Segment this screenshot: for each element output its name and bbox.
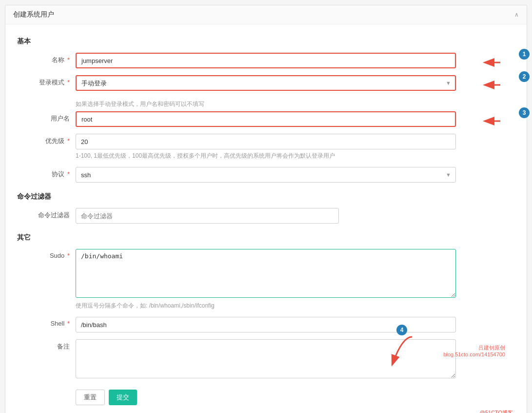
login-mode-select[interactable]: 手动登录 自动登录 [76, 75, 456, 91]
section-basic-title: 基本 [17, 37, 515, 46]
submit-button[interactable]: 提交 [109, 390, 137, 405]
notes-row: 备注 4 [17, 339, 515, 380]
command-filter-row: 命令过滤器 [17, 208, 515, 224]
sudo-row: Sudo * /bin/whoami 使用逗号分隔多个命令，如: /bin/wh… [17, 249, 515, 310]
name-control [76, 53, 456, 68]
notes-control: 4 [76, 339, 456, 380]
reset-button[interactable]: 重置 [76, 390, 105, 405]
protocol-label: 协议 * [17, 167, 76, 179]
collapse-icon[interactable]: ∧ [514, 11, 519, 18]
command-filter-input[interactable] [76, 208, 339, 224]
name-label: 名称 * [17, 53, 76, 64]
username-control [76, 111, 456, 127]
sudo-textarea[interactable]: /bin/whoami [76, 249, 456, 298]
protocol-control: ssh rdp telnet ▼ [76, 167, 456, 183]
page-header: 创建系统用户 ∧ [5, 5, 527, 24]
page-title: 创建系统用户 [13, 10, 54, 19]
buttons-row: 重置 提交 [76, 390, 515, 405]
priority-label: 优先级 * [17, 134, 76, 145]
login-mode-hint: 如果选择手动登录模式，用户名和密码可以不填写 [76, 100, 204, 108]
form-body: 基本 名称 * 1 登录模式 * [5, 24, 527, 413]
username-row: 用户名 3 [17, 111, 515, 127]
notes-textarea[interactable] [76, 339, 456, 378]
watermark: 吕建钊原创 blog.51cto.com/14154700 [443, 344, 505, 357]
login-mode-hint-row: 如果选择手动登录模式，用户名和密码可以不填写 [17, 98, 515, 108]
login-mode-row: 登录模式 * 手动登录 自动登录 ▼ 2 [17, 75, 515, 91]
command-filter-control [76, 208, 456, 224]
sudo-label: Sudo * [17, 249, 76, 259]
username-label: 用户名 [17, 111, 76, 123]
shell-row: Shell * [17, 317, 515, 332]
watermark-line2: blog.51cto.com/14154700 [443, 351, 505, 357]
name-input[interactable] [76, 53, 456, 68]
command-filter-label: 命令过滤器 [17, 208, 76, 220]
login-mode-label: 登录模式 * [17, 75, 76, 87]
name-row: 名称 * 1 [17, 53, 515, 68]
watermark-line1: 吕建钊原创 [443, 344, 505, 351]
priority-input[interactable] [76, 134, 456, 149]
shell-label: Shell * [17, 317, 76, 327]
badge-2: 2 [519, 71, 530, 82]
protocol-row: 协议 * ssh rdp telnet ▼ [17, 167, 515, 183]
section-command-filter-title: 命令过滤器 [17, 192, 515, 201]
login-mode-control: 手动登录 自动登录 ▼ [76, 75, 456, 91]
footer-badge: @51CTO博客 [480, 410, 513, 413]
protocol-select[interactable]: ssh rdp telnet [76, 167, 456, 183]
priority-control: 1-100, 1最低优先级，100最高优先级，授权多个用户时，高优先级的系统用户… [76, 134, 456, 160]
badge-1: 1 [519, 49, 530, 60]
priority-hint: 1-100, 1最低优先级，100最高优先级，授权多个用户时，高优先级的系统用户… [76, 151, 456, 160]
sudo-control: /bin/whoami 使用逗号分隔多个命令，如: /bin/whoami,/s… [76, 249, 456, 310]
sudo-hint: 使用逗号分隔多个命令，如: /bin/whoami,/sbin/ifconfig [76, 301, 456, 310]
badge-3: 3 [519, 107, 530, 118]
section-other-title: 其它 [17, 233, 515, 242]
badge-4: 4 [396, 325, 407, 335]
name-required: * [65, 56, 70, 63]
username-input[interactable] [76, 111, 456, 127]
notes-label: 备注 [17, 339, 76, 351]
priority-row: 优先级 * 1-100, 1最低优先级，100最高优先级，授权多个用户时，高优先… [17, 134, 515, 160]
